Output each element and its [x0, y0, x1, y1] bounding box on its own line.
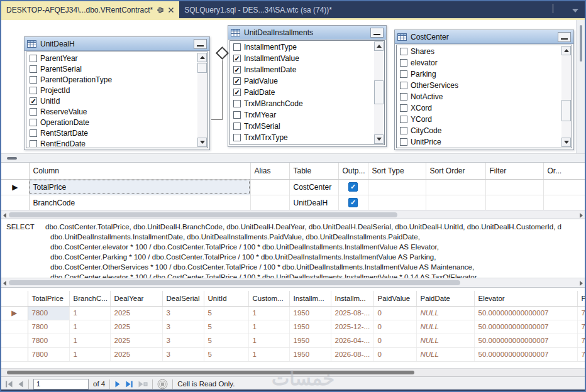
- scrollbar-vertical[interactable]: [374, 41, 384, 144]
- column-item[interactable]: TrxMBranchCode: [231, 98, 373, 109]
- results-scrollbar-horizontal[interactable]: [1, 368, 585, 376]
- scroll-up-button[interactable]: [374, 41, 384, 51]
- column-checkbox[interactable]: [400, 93, 407, 101]
- criteria-cell-or[interactable]: [543, 195, 585, 210]
- table-window-unitdealinstallments[interactable]: UnitDealInstallments InstallmentType ✓In…: [228, 25, 387, 147]
- results-cell[interactable]: 1: [69, 347, 110, 361]
- output-checkbox[interactable]: ✓: [348, 198, 358, 207]
- results-cell[interactable]: 1: [248, 334, 289, 347]
- scroll-down-button[interactable]: [374, 134, 384, 144]
- results-header[interactable]: Par: [577, 291, 586, 306]
- output-checkbox[interactable]: ✓: [348, 182, 358, 192]
- column-item[interactable]: ✓PaidValue: [231, 75, 373, 87]
- results-header[interactable]: DealSerial: [162, 291, 204, 306]
- column-item[interactable]: UnitPrice: [397, 136, 561, 147]
- criteria-cell-table[interactable]: CostCenter: [289, 179, 338, 195]
- scroll-down-button[interactable]: [561, 138, 571, 147]
- next-record-button[interactable]: [114, 381, 121, 388]
- column-item[interactable]: ✓UnitId: [27, 95, 197, 106]
- column-checkbox[interactable]: [400, 59, 407, 67]
- results-header[interactable]: Custom...: [248, 291, 289, 306]
- column-checkbox[interactable]: ✓: [233, 55, 241, 62]
- results-cell[interactable]: 2025: [110, 306, 162, 320]
- column-checkbox[interactable]: [30, 140, 37, 148]
- column-checkbox[interactable]: [400, 70, 407, 78]
- criteria-cell-or[interactable]: [543, 179, 585, 195]
- results-cell[interactable]: 2025: [110, 334, 162, 347]
- results-cell[interactable]: 75: [577, 320, 586, 334]
- column-item[interactable]: CityCode: [397, 125, 561, 136]
- column-item[interactable]: TrxMTrxType: [231, 132, 373, 143]
- scroll-thumb[interactable]: [9, 280, 460, 285]
- results-cell[interactable]: 50.000000000000007: [474, 306, 577, 320]
- results-cell[interactable]: 1: [248, 306, 289, 320]
- results-cell[interactable]: 2025-08-...: [331, 306, 373, 320]
- column-checkbox[interactable]: [30, 76, 37, 84]
- column-checkbox[interactable]: [233, 43, 241, 51]
- scroll-up-button[interactable]: [561, 46, 571, 55]
- column-item[interactable]: InstallmentType: [231, 41, 373, 53]
- results-cell[interactable]: 7800: [28, 320, 69, 334]
- results-cell[interactable]: 1950: [289, 306, 331, 320]
- sql-pane[interactable]: SELECT dbo.CostCenter.TotalPrice, dbo.Un…: [1, 219, 585, 278]
- results-cell[interactable]: 0: [373, 347, 416, 361]
- results-cell[interactable]: NULL: [416, 347, 474, 361]
- criteria-cell-sort-type[interactable]: [368, 179, 426, 195]
- criteria-scrollbar-horizontal[interactable]: [1, 210, 585, 219]
- column-item[interactable]: ParentSerial: [27, 63, 197, 74]
- criteria-cell-sort-type[interactable]: [368, 195, 426, 210]
- column-item[interactable]: ParentYear: [27, 53, 197, 63]
- results-cell[interactable]: 1: [248, 347, 289, 361]
- column-item[interactable]: RentStartDate: [27, 128, 197, 138]
- results-cell[interactable]: 0: [373, 320, 416, 334]
- results-cell[interactable]: 2026-08-...: [331, 347, 373, 361]
- results-cell[interactable]: 7800: [28, 347, 69, 361]
- scroll-thumb[interactable]: [580, 25, 582, 62]
- criteria-header-output[interactable]: Outp...: [338, 163, 368, 179]
- criteria-cell-filter[interactable]: [485, 195, 543, 210]
- results-cell[interactable]: 50.000000000000007: [474, 334, 577, 347]
- column-item[interactable]: ✓InstallmentDate: [231, 64, 373, 75]
- results-cell[interactable]: 1950: [289, 347, 331, 361]
- criteria-cell-alias[interactable]: [250, 195, 289, 210]
- record-position-input[interactable]: [33, 379, 89, 389]
- scroll-up-button[interactable]: [197, 53, 207, 62]
- scroll-left-icon[interactable]: [3, 213, 6, 218]
- criteria-cell-table[interactable]: UnitDealH: [289, 195, 338, 210]
- first-record-button[interactable]: [5, 381, 13, 388]
- results-cell[interactable]: 5: [204, 306, 248, 320]
- results-header[interactable]: BranchC...: [69, 291, 110, 306]
- column-item[interactable]: ✓InstallmentValue: [231, 53, 373, 64]
- join-diamond-icon[interactable]: [216, 46, 229, 60]
- results-cell[interactable]: 3: [162, 334, 204, 347]
- column-item[interactable]: ReserveValue: [27, 106, 197, 117]
- results-header[interactable]: Installm...: [331, 291, 373, 306]
- column-item[interactable]: TrxMYear: [231, 109, 373, 121]
- results-cell[interactable]: 75: [577, 347, 586, 361]
- criteria-cell-sort-order[interactable]: [426, 195, 485, 210]
- column-checkbox[interactable]: [30, 129, 37, 137]
- criteria-cell-filter[interactable]: [485, 179, 543, 195]
- sql-scrollbar-horizontal[interactable]: [1, 278, 585, 287]
- criteria-header-filter[interactable]: Filter: [485, 163, 543, 179]
- column-item[interactable]: XCord: [397, 102, 561, 114]
- scroll-right-icon[interactable]: [580, 213, 583, 218]
- column-item[interactable]: Shares: [397, 46, 561, 57]
- results-cell[interactable]: 7800: [28, 306, 69, 320]
- table-window-unitdealinstallments-titlebar[interactable]: UnitDealInstallments: [228, 26, 386, 40]
- results-cell[interactable]: 3: [162, 306, 204, 320]
- close-icon[interactable]: [168, 7, 174, 13]
- results-cell[interactable]: 5: [204, 347, 248, 361]
- tab-sql-query[interactable]: SQLQuery1.sql - DES...34\SA.wtc (sa (74)…: [179, 1, 337, 18]
- scroll-thumb[interactable]: [374, 80, 384, 104]
- column-checkbox[interactable]: [400, 127, 407, 134]
- table-window-costcenter-titlebar[interactable]: CostCenter: [395, 30, 573, 44]
- column-checkbox[interactable]: [233, 122, 241, 130]
- last-record-button[interactable]: [125, 381, 133, 388]
- scroll-thumb[interactable]: [7, 371, 414, 374]
- previous-record-button[interactable]: [18, 381, 24, 388]
- column-item[interactable]: NotActive: [397, 91, 561, 102]
- results-cell[interactable]: 1: [69, 306, 110, 320]
- results-header[interactable]: PaidDate: [416, 291, 474, 306]
- column-checkbox[interactable]: ✓: [233, 66, 241, 74]
